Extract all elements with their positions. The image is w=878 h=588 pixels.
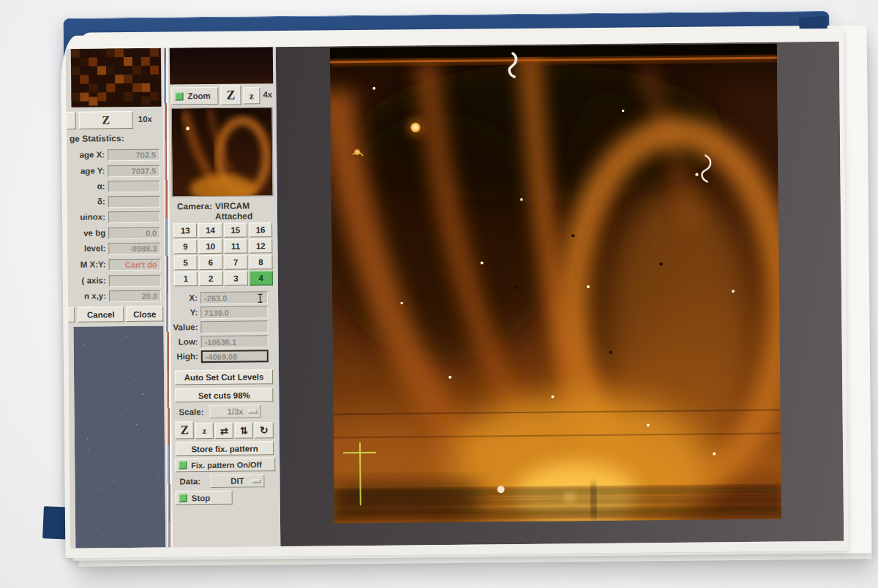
zoom-factor-label: 10x — [138, 115, 152, 124]
stat-label: uinox: — [67, 212, 105, 221]
zoom-factor-label: 4x — [263, 90, 272, 99]
detector-chip-15[interactable]: 15 — [224, 223, 247, 238]
detector-chip-6[interactable]: 6 — [199, 255, 222, 270]
zoom-out-button-clipped[interactable] — [67, 112, 76, 129]
pan-window-thumbnail[interactable] — [171, 107, 274, 197]
detector-chip-2[interactable]: 2 — [199, 271, 222, 286]
detector-chip-7[interactable]: 7 — [224, 255, 247, 270]
detector-chip-10[interactable]: 10 — [199, 239, 222, 254]
stat-row: uinox: — [67, 211, 164, 224]
stat-label: α: — [67, 181, 105, 190]
stop-toggle[interactable]: Stop — [176, 491, 233, 505]
detector-chip-13[interactable]: 13 — [173, 223, 197, 238]
detector-chip-9[interactable]: 9 — [173, 239, 197, 254]
camera-status: Attached — [215, 211, 252, 221]
zoom-toggle[interactable]: Zoom — [171, 87, 218, 105]
stop-checkbox-icon — [179, 494, 187, 502]
auto-set-cut-levels-button[interactable]: Auto Set Cut Levels — [175, 369, 273, 385]
zoom-window-view[interactable] — [170, 47, 273, 84]
detector-chip-1[interactable]: 1 — [174, 271, 198, 286]
x-label: X: — [170, 293, 198, 302]
fix-pattern-toggle[interactable]: Fix. pattern On/Off — [175, 457, 275, 472]
stat-field[interactable]: 20.0 — [109, 290, 161, 303]
dropdown-dash-icon — [249, 410, 258, 413]
zoom-toggle-label: Zoom — [187, 91, 210, 100]
pixel-zoom-view[interactable] — [71, 48, 162, 108]
detector-grid: 13 14 15 16 9 10 11 12 5 6 7 8 1 2 3 4 — [173, 222, 273, 286]
stat-row: age X: 702.5 — [67, 149, 163, 162]
stat-field[interactable]: 7037.5 — [108, 165, 160, 178]
detector-chip-12[interactable]: 12 — [249, 238, 272, 253]
statistics-title: ge Statistics: — [70, 133, 124, 144]
stop-label: Stop — [192, 494, 211, 502]
rotate-icon[interactable]: ↻ — [255, 422, 274, 438]
clipped-button[interactable] — [68, 307, 75, 323]
stat-field[interactable]: 702.5 — [108, 149, 160, 162]
detector-chip-8[interactable]: 8 — [249, 255, 272, 269]
scale-dropdown[interactable]: 1/3x — [209, 404, 260, 418]
low-field[interactable]: -10636.1 — [201, 335, 269, 348]
stat-field-error[interactable]: Can't do — [109, 259, 161, 271]
noise-sample-view[interactable] — [73, 326, 165, 549]
camera-value: VIRCAM — [215, 200, 249, 211]
stat-field[interactable] — [108, 181, 160, 193]
flip-horizontal-icon[interactable]: ⇄ — [215, 423, 233, 439]
zoom-in-button[interactable]: Z — [220, 86, 241, 105]
detector-chip-5[interactable]: 5 — [173, 255, 197, 270]
image-canvas[interactable] — [274, 42, 844, 546]
stat-row: δ: — [67, 196, 164, 208]
zoom-in-tool-button[interactable]: Z — [176, 421, 194, 439]
zoom-z-button[interactable]: Z — [79, 111, 133, 129]
detector-chip-14[interactable]: 14 — [198, 223, 222, 238]
high-label: High: — [171, 352, 198, 361]
flip-vertical-icon[interactable]: ⇅ — [235, 422, 253, 438]
pixel-blocks — [71, 49, 80, 58]
stat-row: M X:Y: Can't do — [68, 259, 165, 271]
zoom-out-tool-button[interactable]: z — [195, 423, 214, 439]
detector-chip-16[interactable]: 16 — [249, 222, 272, 237]
x-value: -263.0 — [204, 293, 227, 302]
store-fix-pattern-button[interactable]: Store fix. pattern — [176, 441, 274, 456]
data-value: DIT — [230, 477, 244, 486]
close-button[interactable]: Close — [126, 306, 163, 322]
fix-pattern-label: Fix. pattern On/Off — [191, 460, 262, 470]
stat-row: ( axis: — [68, 275, 165, 287]
stat-field[interactable]: -9988.3 — [108, 243, 160, 255]
low-label: Low: — [171, 337, 198, 346]
stat-label: age X: — [67, 150, 105, 159]
value-label: Value: — [170, 323, 198, 331]
stat-label: n x,y: — [68, 291, 106, 300]
detector-chip-11[interactable]: 11 — [224, 239, 247, 254]
i-beam-cursor-icon — [257, 293, 263, 304]
statistics-panel: Z 10x ge Statistics: age X: 702.5 age Y:… — [66, 48, 168, 549]
stat-row: age Y: 7037.5 — [67, 165, 163, 178]
x-field[interactable]: -263.0 — [200, 291, 268, 304]
main-detector-image[interactable] — [330, 44, 781, 524]
stat-label: ( axis: — [68, 276, 106, 284]
high-field-focused[interactable]: -4069.08 — [201, 350, 269, 363]
stat-row: ve bg 0.0 — [67, 227, 164, 240]
rtd-screenshot: Z 10x ge Statistics: age X: 702.5 age Y:… — [66, 42, 844, 549]
dropdown-dash-icon — [252, 479, 260, 483]
value-field[interactable] — [200, 320, 268, 333]
high-row: High: -4069.08 — [171, 350, 277, 363]
value-row: Value: — [170, 320, 277, 333]
open-book: Z 10x ge Statistics: age X: 702.5 age Y:… — [0, 0, 878, 588]
y-field[interactable]: 7139.0 — [200, 306, 268, 319]
data-dropdown[interactable]: DIT — [210, 474, 264, 488]
stat-field[interactable] — [108, 211, 160, 224]
zoom-out-button[interactable]: z — [243, 87, 260, 104]
fix-pattern-checkbox-icon — [179, 461, 187, 469]
set-cuts-98-button[interactable]: Set cuts 98% — [175, 388, 273, 402]
stat-label: ve bg — [67, 228, 105, 237]
coord-row: Y: 7139.0 — [170, 306, 277, 319]
stat-row: n x,y: 20.0 — [68, 290, 165, 303]
cancel-button[interactable]: Cancel — [78, 306, 124, 323]
detector-chip-3[interactable]: 3 — [224, 271, 247, 286]
low-row: Low: -10636.1 — [171, 335, 277, 348]
camera-label: Camera: — [177, 201, 212, 211]
stat-field[interactable] — [108, 196, 160, 208]
stat-field[interactable] — [109, 275, 161, 287]
detector-chip-4-active[interactable]: 4 — [249, 271, 272, 285]
stat-field[interactable]: 0.0 — [108, 227, 160, 240]
